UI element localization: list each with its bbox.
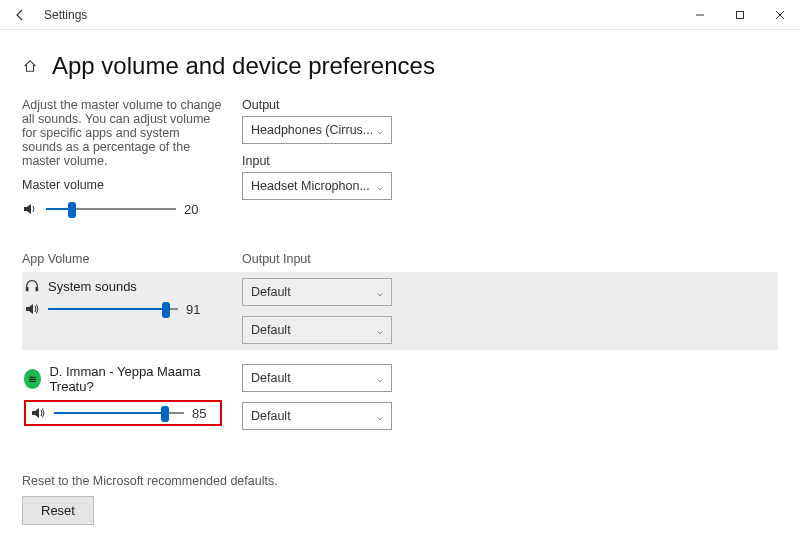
- reset-text: Reset to the Microsoft recommended defau…: [22, 474, 278, 488]
- svg-rect-1: [737, 11, 744, 18]
- minimize-icon: [695, 10, 705, 20]
- back-button[interactable]: [0, 8, 40, 22]
- app-volume-value: 85: [192, 406, 206, 421]
- app-name: D. Imman - Yeppa Maama Treatu?: [49, 364, 222, 394]
- master-volume-slider[interactable]: [46, 200, 176, 218]
- svg-rect-5: [36, 287, 39, 291]
- reset-button[interactable]: Reset: [22, 496, 94, 525]
- input-select-value: Headset Microphon...: [251, 179, 370, 193]
- app-output-value: Default: [251, 371, 291, 385]
- app-input-value: Default: [251, 409, 291, 423]
- svg-rect-4: [26, 287, 29, 291]
- close-icon: [775, 10, 785, 20]
- app-output-select[interactable]: Default ⌵: [242, 278, 392, 306]
- page-body: App volume and device preferences Adjust…: [0, 30, 800, 436]
- maximize-button[interactable]: [720, 0, 760, 30]
- input-label: Input: [242, 154, 422, 168]
- output-select[interactable]: Headphones (Cirrus... ⌵: [242, 116, 392, 144]
- app-input-select[interactable]: Default ⌵: [242, 402, 392, 430]
- chevron-down-icon: ⌵: [377, 125, 383, 136]
- arrow-left-icon: [13, 8, 27, 22]
- titlebar: Settings: [0, 0, 800, 30]
- output-select-value: Headphones (Cirrus...: [251, 123, 373, 137]
- app-volume-header: App Volume: [22, 252, 222, 266]
- app-input-value: Default: [251, 323, 291, 337]
- chevron-down-icon: ⌵: [377, 181, 383, 192]
- app-name: System sounds: [48, 279, 137, 294]
- chevron-down-icon: ⌵: [377, 373, 383, 384]
- home-icon[interactable]: [22, 58, 38, 74]
- chevron-down-icon: ⌵: [377, 325, 383, 336]
- chevron-down-icon: ⌵: [377, 287, 383, 298]
- app-output-select[interactable]: Default ⌵: [242, 364, 392, 392]
- master-volume-value: 20: [184, 202, 198, 217]
- speaker-icon[interactable]: [30, 405, 46, 421]
- window-title: Settings: [40, 8, 87, 22]
- input-select[interactable]: Headset Microphon... ⌵: [242, 172, 392, 200]
- heading-row: App volume and device preferences: [22, 52, 778, 80]
- window-controls: [680, 0, 800, 30]
- maximize-icon: [735, 10, 745, 20]
- app-volume-slider[interactable]: [54, 404, 184, 422]
- spotify-icon: ≋: [24, 369, 41, 389]
- page-title: App volume and device preferences: [52, 52, 435, 80]
- app-row-system-sounds: System sounds 91 Default: [22, 272, 778, 350]
- app-volume-slider[interactable]: [48, 300, 178, 318]
- minimize-button[interactable]: [680, 0, 720, 30]
- speaker-icon[interactable]: [22, 201, 38, 217]
- reset-section: Reset to the Microsoft recommended defau…: [22, 474, 278, 525]
- app-output-value: Default: [251, 285, 291, 299]
- app-input-select[interactable]: Default ⌵: [242, 316, 392, 344]
- master-volume-label: Master volume: [22, 178, 222, 192]
- headphones-icon: [24, 278, 40, 294]
- close-button[interactable]: [760, 0, 800, 30]
- app-volume-value: 91: [186, 302, 200, 317]
- speaker-icon[interactable]: [24, 301, 40, 317]
- intro-text: Adjust the master volume to change all s…: [22, 98, 222, 168]
- output-label: Output: [242, 98, 422, 112]
- app-row-spotify: ≋ D. Imman - Yeppa Maama Treatu? 85: [22, 358, 778, 436]
- output-input-header: Output Input: [242, 252, 392, 266]
- chevron-down-icon: ⌵: [377, 411, 383, 422]
